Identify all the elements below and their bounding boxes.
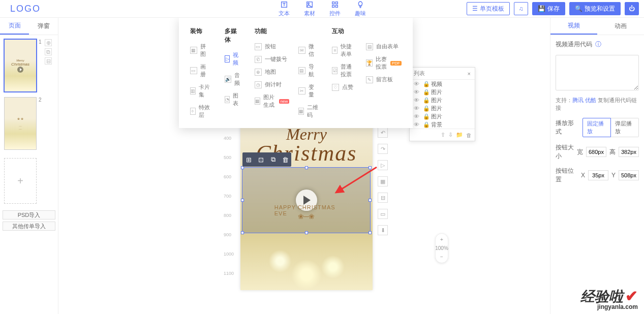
zoom-value: 100%	[435, 245, 448, 251]
power-button[interactable]: ⏻	[625, 2, 639, 15]
layout-icon[interactable]: ⊟	[378, 193, 388, 203]
template-icon: ☰	[472, 5, 478, 12]
tencent-youku-link[interactable]: 腾讯 优酷	[572, 97, 596, 103]
page-index-2: 2	[39, 97, 43, 103]
add-icon[interactable]: ⊡	[255, 152, 267, 167]
play-preview-icon[interactable]: ▷	[378, 160, 388, 170]
dd-item-var[interactable]: ✂变量	[298, 83, 319, 99]
eye-icon[interactable]: 👁	[414, 121, 420, 128]
dd-item-button[interactable]: ▭按钮	[255, 43, 290, 50]
save-button[interactable]: 💾保存	[532, 2, 565, 15]
music-button[interactable]: ♫	[514, 2, 528, 15]
dd-item-nav[interactable]: ▤导航	[298, 63, 319, 78]
right-panel: 视频 动画 视频通用代码ⓘ 支持：腾讯 优酷 复制通用代码链接 播放形式 固定播…	[550, 18, 644, 314]
add-page-button[interactable]: +	[4, 158, 37, 204]
y-input[interactable]	[619, 170, 639, 180]
dd-item-qr[interactable]: ▩二维码	[298, 104, 319, 119]
layer-row[interactable]: 👁🔒图片	[410, 88, 475, 96]
top-fun[interactable]: 趣味	[355, 1, 366, 17]
page-thumb-1[interactable]: MerryChristmas	[4, 39, 37, 92]
copy-page-icon[interactable]: ⧉	[45, 48, 52, 55]
lock-icon[interactable]: 🔒	[423, 89, 428, 96]
dd-item-album[interactable]: ▭画册	[190, 63, 211, 78]
dd-item-call[interactable]: ✆一键拨号	[255, 55, 290, 63]
layer-delete-icon[interactable]: 🗑	[466, 132, 472, 138]
layer-row[interactable]: 👁🔒图片	[410, 104, 475, 112]
lock-icon[interactable]: 🔒	[423, 121, 428, 128]
top-bar: LOGO 文本 素材 控件 趣味 ☰单页模板 ♫ 💾保存 🔍预览和设置 ⏻	[0, 0, 644, 18]
dd-item-freeform[interactable]: ▤自由表单	[366, 43, 402, 50]
dd-item-imggen[interactable]: ▦图片生成new	[255, 93, 290, 109]
zoom-out-button[interactable]: −	[440, 254, 443, 260]
height-input[interactable]	[619, 147, 639, 157]
rp-tab-animation[interactable]: 动画	[597, 18, 644, 35]
tab-popups[interactable]: 弹窗	[29, 18, 58, 35]
dd-item-contest[interactable]: 🏆比赛投票PDF	[366, 55, 402, 71]
dd-item-audio[interactable]: 🔊音频	[225, 72, 241, 87]
code-textarea[interactable]	[556, 55, 639, 90]
dd-item-countdown[interactable]: ◷倒计时	[255, 81, 290, 88]
lock-icon[interactable]: 🔒	[423, 97, 428, 104]
device-icon[interactable]: ▭	[378, 209, 388, 219]
vote-icon: ☑	[332, 67, 338, 74]
tab-pages[interactable]: 页面	[0, 18, 29, 35]
width-input[interactable]	[586, 147, 606, 157]
group-icon[interactable]: ⊞	[242, 152, 255, 167]
layer-row[interactable]: 👁🔒图片	[410, 112, 475, 120]
eye-icon[interactable]: 👁	[414, 89, 420, 95]
x-input[interactable]	[588, 170, 608, 180]
dd-item-puzzle[interactable]: ▦拼图	[190, 43, 211, 58]
lock-icon[interactable]: 🔒	[423, 113, 428, 120]
dd-item-wechat[interactable]: ✉微信	[298, 43, 319, 58]
dd-item-chart[interactable]: ◔图表	[225, 92, 241, 107]
dd-item-vote[interactable]: ☑普通投票	[332, 63, 357, 78]
add-above-icon[interactable]: ⊕	[45, 39, 52, 46]
lock-icon[interactable]: 🔒	[423, 81, 428, 87]
redo-icon[interactable]: ↷	[378, 144, 388, 154]
delete-page-icon[interactable]: ⊟	[45, 57, 52, 65]
layer-folder-icon[interactable]: 📁	[456, 132, 463, 138]
eye-icon[interactable]: 👁	[414, 97, 420, 103]
layer-row[interactable]: 👁🔒视频	[410, 80, 475, 88]
dd-item-video[interactable]: ▷视频	[225, 51, 241, 67]
dd-item-cards[interactable]: ▥卡片集	[190, 83, 211, 99]
grid-icon[interactable]: ▦	[378, 176, 388, 186]
code-label: 视频通用代码	[556, 40, 592, 49]
lock-icon[interactable]: 🔒	[423, 105, 428, 112]
layer-row[interactable]: 👁🔒背景	[410, 120, 475, 129]
dd-item-like[interactable]: ♡点赞	[332, 83, 357, 91]
download-icon[interactable]: ⬇	[378, 225, 388, 235]
preview-button[interactable]: 🔍预览和设置	[569, 2, 621, 15]
logo: LOGO	[0, 4, 51, 14]
popup-play-button[interactable]: 弹层播放	[611, 118, 639, 137]
image-gen-icon: ▦	[255, 98, 260, 105]
trash-icon[interactable]: 🗑	[279, 152, 291, 167]
ornament-icon: ❀─❀	[298, 212, 315, 221]
layer-row[interactable]: 👁🔒图片	[410, 96, 475, 104]
psd-import-button[interactable]: PSD导入	[3, 210, 55, 219]
dd-item-guestbook[interactable]: ✎留言板	[366, 76, 402, 83]
dd-item-map[interactable]: ⊕地图	[255, 68, 290, 76]
page-thumb-2[interactable]: ❀ ❀ ········	[4, 97, 37, 150]
undo-icon[interactable]: ↶	[378, 128, 388, 138]
var-icon: ✂	[298, 87, 305, 95]
eye-icon[interactable]: 👁	[414, 105, 420, 111]
layer-move-up-icon[interactable]: ⇧	[441, 132, 445, 138]
top-text[interactable]: 文本	[279, 1, 290, 17]
copy-icon[interactable]: ⧉	[267, 152, 279, 167]
top-widget[interactable]: 控件	[329, 1, 341, 17]
layer-move-down-icon[interactable]: ⇩	[448, 132, 453, 138]
rp-tab-video[interactable]: 视频	[550, 18, 597, 35]
zoom-in-button[interactable]: +	[440, 237, 443, 242]
dd-item-quickform[interactable]: ≡快捷表单	[332, 43, 357, 58]
dd-item-effect[interactable]: ✧特效层	[190, 104, 211, 119]
help-icon[interactable]: ⓘ	[595, 40, 601, 49]
template-button[interactable]: ☰单页模板	[467, 2, 510, 15]
fixed-play-button[interactable]: 固定播放	[582, 118, 611, 137]
eye-icon[interactable]: 👁	[414, 81, 420, 87]
eye-icon[interactable]: 👁	[414, 113, 420, 119]
close-icon[interactable]: ×	[468, 71, 471, 77]
freeform-icon: ▤	[366, 43, 373, 50]
top-material[interactable]: 素材	[304, 1, 315, 17]
other-import-button[interactable]: 其他传单导入	[3, 222, 55, 231]
